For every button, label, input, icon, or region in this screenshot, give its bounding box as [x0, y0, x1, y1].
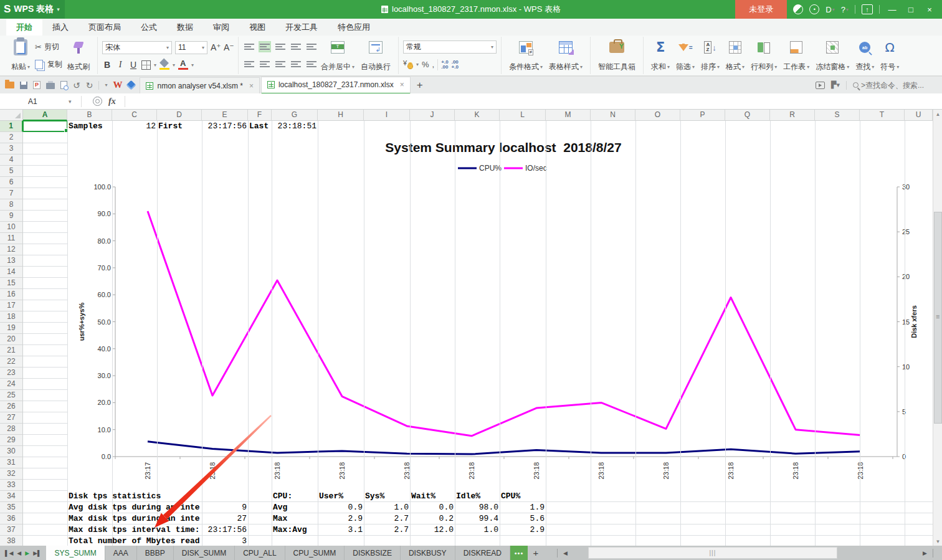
row-header-20[interactable]: 20 [0, 334, 23, 345]
symbol-button[interactable]: Ω 符号▾ [877, 37, 902, 74]
column-header-T[interactable]: T [860, 110, 905, 121]
menu-tab-开始[interactable]: 开始 [6, 19, 42, 36]
column-header-K[interactable]: K [455, 110, 500, 121]
cell-K35[interactable]: 98.0 [455, 502, 500, 513]
cell-J34[interactable]: Wait% [410, 491, 455, 502]
menu-tab-插入[interactable]: 插入 [42, 19, 78, 36]
currency-button[interactable] [403, 60, 413, 70]
rows-columns-button[interactable]: 行和列▾ [748, 37, 780, 74]
cell-G35[interactable]: Avg [272, 502, 318, 513]
cell-I37[interactable]: 2.7 [364, 524, 410, 536]
column-header-C[interactable]: C [112, 110, 157, 121]
row-header-19[interactable]: 19 [0, 323, 23, 334]
vertical-scroll-thumb[interactable] [934, 212, 942, 424]
grow-font-button[interactable]: A⁺ [211, 42, 221, 52]
close-tab-icon[interactable]: × [400, 80, 404, 89]
menu-tab-公式[interactable]: 公式 [131, 19, 167, 36]
increase-decimal-button[interactable]: +.0.00 [441, 60, 448, 70]
font-size-select[interactable]: 11▾ [175, 41, 207, 54]
play-icon[interactable] [816, 82, 825, 89]
distribute-button[interactable] [307, 60, 316, 69]
command-search[interactable] [853, 81, 936, 90]
freeze-panes-button[interactable]: 冻结窗格▾ [812, 37, 852, 74]
cell-E1[interactable]: 23:17:56 [202, 121, 248, 132]
name-box-dropdown-icon[interactable]: ▾ [69, 98, 81, 105]
cell-name-box[interactable] [0, 93, 69, 109]
assistant-icon[interactable] [793, 4, 803, 14]
document-tab[interactable]: nmon analyser v54.xlsm *× [140, 77, 259, 94]
column-header-H[interactable]: H [318, 110, 364, 121]
paste-button[interactable]: 粘贴▾ [8, 37, 33, 74]
stamp-icon[interactable] [93, 97, 102, 106]
row-header-2[interactable]: 2 [0, 132, 23, 143]
close-button[interactable]: × [923, 5, 936, 14]
cell-G34[interactable]: CPU: [272, 491, 318, 502]
column-header-A[interactable]: A [23, 110, 67, 121]
row-header-7[interactable]: 7 [0, 188, 23, 199]
vertical-scrollbar[interactable]: ▲ ▼ [933, 110, 942, 547]
cell-E36[interactable]: 27 [202, 513, 248, 524]
column-header-R[interactable]: R [770, 110, 815, 121]
row-header-35[interactable]: 35 [0, 502, 23, 513]
column-header-G[interactable]: G [272, 110, 318, 121]
row-header-28[interactable]: 28 [0, 424, 23, 435]
menu-tab-特色应用[interactable]: 特色应用 [328, 19, 380, 36]
font-color-button[interactable] [178, 60, 188, 70]
document-tab[interactable]: localhost_180827_2317.nmon.xlsx× [261, 77, 411, 94]
row-header-27[interactable]: 27 [0, 412, 23, 424]
justify-button[interactable] [291, 60, 301, 69]
sheet-tab-DISKREAD[interactable]: DISKREAD [455, 546, 510, 560]
row-header-11[interactable]: 11 [0, 233, 23, 244]
filter-button[interactable]: = 筛选▾ [673, 37, 698, 74]
cell-I35[interactable]: 1.0 [364, 502, 410, 513]
menu-tab-视图[interactable]: 视图 [239, 19, 275, 36]
menu-tab-审阅[interactable]: 审阅 [203, 19, 239, 36]
cell-H37[interactable]: 3.1 [318, 524, 364, 536]
column-header-U[interactable]: U [905, 110, 933, 121]
column-header-F[interactable]: F [248, 110, 272, 121]
bold-button[interactable]: B [102, 60, 112, 70]
row-header-1[interactable]: 1 [0, 121, 23, 132]
column-header-S[interactable]: S [815, 110, 860, 121]
series-CPU%[interactable] [148, 442, 860, 454]
column-header-J[interactable]: J [410, 110, 455, 121]
column-header-O[interactable]: O [635, 110, 680, 121]
borders-button[interactable] [141, 60, 151, 70]
row-header-12[interactable]: 12 [0, 244, 23, 255]
first-sheet-icon[interactable]: ▌◀ [4, 550, 14, 556]
row-header-9[interactable]: 9 [0, 211, 23, 222]
insert-function-button[interactable]: fx [108, 97, 116, 107]
sort-button[interactable]: AZ↓ 排序▾ [698, 37, 723, 74]
percent-button[interactable]: % [422, 60, 429, 69]
shrink-font-button[interactable]: A⁻ [224, 42, 234, 52]
toolbar-options-icon[interactable]: ▛▾ [831, 81, 840, 89]
sheet-tab-DISKBSIZE[interactable]: DISKBSIZE [345, 546, 401, 560]
last-sheet-icon[interactable]: ▶▌ [32, 550, 42, 556]
add-sheet-button[interactable]: + [528, 546, 544, 560]
cell-F1[interactable]: Last [248, 121, 272, 132]
number-format-select[interactable]: 常规▾ [403, 40, 497, 54]
row-header-10[interactable]: 10 [0, 222, 23, 233]
column-header-M[interactable]: M [546, 110, 591, 121]
align-center-button[interactable] [260, 60, 270, 69]
cell-J37[interactable]: 12.0 [410, 524, 455, 536]
row-header-34[interactable]: 34 [0, 491, 23, 502]
new-document-tab-button[interactable]: + [412, 79, 428, 92]
sheet-tab-DISKBUSY[interactable]: DISKBUSY [401, 546, 455, 560]
horizontal-scroll-thumb[interactable] [588, 547, 837, 559]
cell-H34[interactable]: User% [318, 491, 364, 502]
decrease-indent-button[interactable] [291, 42, 301, 51]
cell-D1[interactable]: First [157, 121, 202, 132]
row-header-33[interactable]: 33 [0, 480, 23, 491]
sheet-tab-CPU_SUMM[interactable]: CPU_SUMM [285, 546, 345, 560]
column-header-N[interactable]: N [591, 110, 635, 121]
format-painter-button[interactable]: 格式刷 [64, 37, 93, 74]
align-left-button[interactable] [244, 60, 254, 69]
cell-L36[interactable]: 5.6 [500, 513, 546, 524]
sheet-tab-AAA[interactable]: AAA [105, 546, 137, 560]
cut-button[interactable]: ✂剪切 [33, 42, 64, 52]
row-header-32[interactable]: 32 [0, 468, 23, 480]
undo-icon[interactable]: ↺ [73, 80, 80, 90]
save-icon[interactable] [20, 82, 27, 89]
row-header-13[interactable]: 13 [0, 255, 23, 267]
